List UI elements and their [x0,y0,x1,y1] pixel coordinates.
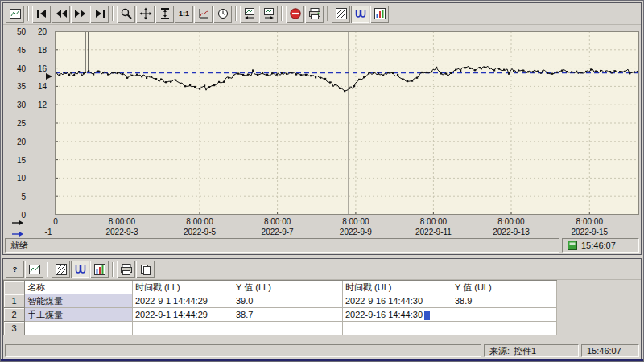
hatch-style-button[interactable] [332,6,350,23]
hatch-style-button[interactable] [52,261,70,278]
x-tick-date: 2022-9-11 [399,227,467,237]
y-axis-inner-label: 16 [29,64,47,73]
grid-status-empty-panel [5,344,481,357]
cell-y-ul[interactable]: 38.9 [452,294,557,308]
table-row: 3 [4,322,557,335]
chart-window-icon [28,263,41,276]
x-clipped-date-label: -1 [40,227,56,237]
magnifier-icon [120,7,133,20]
y-axis-outer-label: 30 [8,101,26,109]
page-forward-button[interactable] [71,6,89,23]
row-number-header [4,281,25,294]
scroll-end-button[interactable] [259,6,278,23]
y-axis-inner: 2018161412 [29,25,47,237]
cell-name[interactable] [25,322,133,335]
cell-name[interactable]: 手工煤量 [25,308,133,322]
y-axis-outer-label: 5 [8,192,26,201]
dual-curve-button[interactable] [71,261,89,278]
toolbar-separator [27,6,29,21]
grid-toolbar: ? [3,259,641,280]
fit-vertical-button[interactable] [155,6,174,23]
pan-button[interactable] [136,6,155,23]
x-tick-date: 2022-9-7 [244,227,312,237]
column-header: Y 值 (UL) [452,281,557,294]
hatch-icon [55,263,68,276]
x-axis-tick: 8:00:002022-9-11 [399,216,467,237]
fit-vertical-icon [159,7,171,20]
status-time-panel: 15:46:07 [562,238,639,253]
x-tick-date: 2022-9-3 [88,227,155,237]
export-right-icon [262,7,275,20]
x-origin-label: 0 [50,216,61,227]
value-table-button[interactable] [90,261,109,278]
nav-prev-icon [55,7,68,20]
go-first-button[interactable] [32,6,51,23]
page-back-button[interactable] [52,6,70,23]
y-axis-inner-label: 14 [29,82,47,91]
y-axis-outer-label: 50 [8,27,26,36]
cell-ts-ll[interactable]: 2022-9-1 14:44:29 [133,308,233,322]
curves-blue-icon [74,263,87,276]
printer-icon [308,7,321,20]
chart-toolbar: 1:1 [3,3,641,25]
cell-name[interactable]: 智能煤量 [25,294,133,308]
toolbar-separator [112,262,114,277]
value-table-button[interactable] [370,6,389,23]
toolbar-separator [235,6,237,21]
row-number[interactable]: 1 [4,294,25,308]
cell-ts-ll[interactable] [133,322,233,335]
y-axis-outer-label: 25 [8,119,26,128]
y-axis-inner-label: 18 [29,46,47,55]
y-axis-outer-label: 15 [8,156,26,165]
help-button-label: ? [13,265,18,274]
x-tick-time: 8:00:00 [555,216,623,227]
cell-y-ul[interactable] [452,308,557,322]
x-tick-date: 2022-9-15 [555,227,623,237]
trend-plot[interactable] [55,31,639,215]
grid-status-source-panel: 来源: 控件1 [484,344,579,357]
row-number[interactable]: 2 [4,308,25,322]
y-axis-outer: 50454035302520151050 [8,25,26,237]
y-axis-inner-label: 12 [29,101,47,109]
copy-button[interactable] [136,261,155,278]
chart-display-button[interactable] [25,261,43,278]
nav-next-icon [74,7,87,20]
pen1-arrow-icon [11,216,24,224]
scroll-begin-button[interactable] [240,6,258,23]
x-axis-tick: 8:00:002022-9-7 [244,216,312,237]
cell-ts-ul[interactable] [343,322,452,335]
toolbar-separator [112,6,114,21]
chart-display-button[interactable] [6,6,24,23]
y-axis-inner-label: 20 [29,27,47,36]
row-number[interactable]: 3 [4,322,25,335]
pause-updates-button[interactable] [286,6,304,23]
cell-y-ll[interactable]: 38.7 [233,308,343,322]
window-frame-edge [1,359,643,361]
zoom-button[interactable] [117,6,135,23]
cell-ts-ul[interactable]: 2022-9-16 14:44:30 [343,294,452,308]
x-tick-time: 8:00:00 [399,216,467,227]
column-header: 时间戳 (UL) [343,281,452,294]
one-to-one-button-label: 1:1 [179,10,189,18]
x-tick-time: 8:00:00 [88,216,155,227]
table-chart-icon [374,7,386,20]
toolbar-separator [327,6,328,21]
cell-ts-ul[interactable]: 2022-9-16 14:44:30 [343,308,452,322]
one-to-one-button[interactable]: 1:1 [175,6,193,23]
data-grid-window: ? 名称时间戳 (LL)Y 值 (LL)时间戳 (UL)Y 值 (UL)1智能煤… [2,258,642,360]
cell-ts-ll[interactable]: 2022-9-1 14:44:29 [133,294,233,308]
go-last-button[interactable] [90,6,109,23]
dual-curve-button[interactable] [351,6,369,23]
table-header-row: 名称时间戳 (LL)Y 值 (LL)时间戳 (UL)Y 值 (UL) [4,281,557,294]
print-button[interactable] [305,6,324,23]
cell-y-ll[interactable]: 39.0 [233,294,343,308]
auto-scale-button[interactable] [194,6,213,23]
cell-y-ul[interactable] [452,322,557,335]
hatch-icon [335,7,348,20]
help-button[interactable]: ? [6,261,24,278]
x-tick-time: 8:00:00 [477,216,545,227]
print-button[interactable] [117,261,135,278]
stop-icon [289,7,302,20]
cell-y-ll[interactable] [233,322,343,335]
time-range-button[interactable] [213,6,232,23]
